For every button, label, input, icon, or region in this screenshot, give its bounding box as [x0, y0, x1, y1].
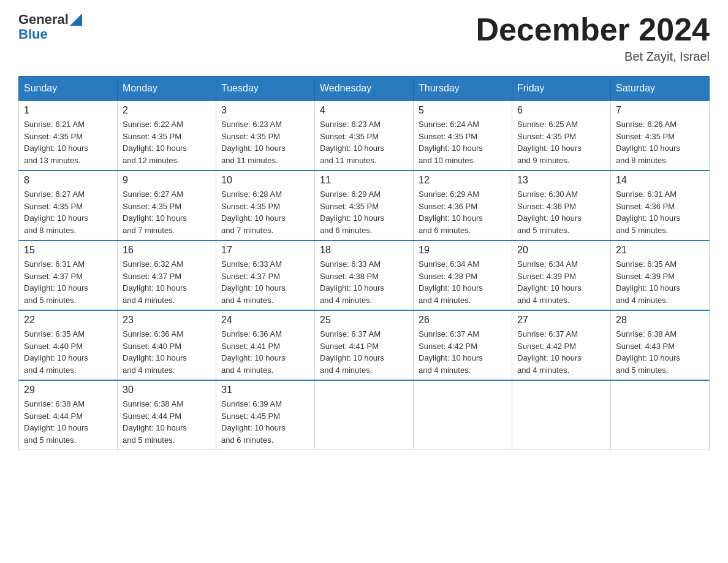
logo-blue-text: Blue [18, 27, 82, 42]
logo-triangle-icon [70, 13, 82, 26]
day-info: Sunrise: 6:23 AM Sunset: 4:35 PM Dayligh… [320, 118, 408, 166]
day-info: Sunrise: 6:27 AM Sunset: 4:35 PM Dayligh… [123, 188, 211, 236]
day-number: 3 [221, 105, 309, 116]
day-cell-21: 21Sunrise: 6:35 AM Sunset: 4:39 PM Dayli… [611, 240, 710, 310]
day-info: Sunrise: 6:36 AM Sunset: 4:40 PM Dayligh… [123, 328, 211, 376]
day-number: 7 [616, 105, 704, 116]
day-number: 8 [24, 175, 112, 186]
day-number: 24 [221, 315, 309, 326]
day-cell-14: 14Sunrise: 6:31 AM Sunset: 4:36 PM Dayli… [611, 170, 710, 240]
day-cell-16: 16Sunrise: 6:32 AM Sunset: 4:37 PM Dayli… [118, 240, 216, 310]
day-info: Sunrise: 6:38 AM Sunset: 4:44 PM Dayligh… [24, 398, 112, 446]
day-cell-29: 29Sunrise: 6:38 AM Sunset: 4:44 PM Dayli… [19, 380, 118, 450]
header-cell-saturday: Saturday [611, 77, 710, 101]
day-info: Sunrise: 6:37 AM Sunset: 4:42 PM Dayligh… [419, 328, 507, 376]
day-number: 25 [320, 315, 408, 326]
day-number: 9 [123, 175, 211, 186]
day-info: Sunrise: 6:32 AM Sunset: 4:37 PM Dayligh… [123, 258, 211, 306]
day-cell-19: 19Sunrise: 6:34 AM Sunset: 4:38 PM Dayli… [414, 240, 512, 310]
day-info: Sunrise: 6:33 AM Sunset: 4:38 PM Dayligh… [320, 258, 408, 306]
day-number: 29 [24, 385, 112, 396]
day-number: 31 [221, 385, 309, 396]
day-cell-22: 22Sunrise: 6:35 AM Sunset: 4:40 PM Dayli… [19, 310, 118, 380]
day-info: Sunrise: 6:37 AM Sunset: 4:42 PM Dayligh… [517, 328, 605, 376]
day-info: Sunrise: 6:22 AM Sunset: 4:35 PM Dayligh… [123, 118, 211, 166]
day-number: 10 [221, 175, 309, 186]
day-info: Sunrise: 6:34 AM Sunset: 4:38 PM Dayligh… [419, 258, 507, 306]
day-cell-2: 2Sunrise: 6:22 AM Sunset: 4:35 PM Daylig… [118, 101, 216, 170]
day-info: Sunrise: 6:39 AM Sunset: 4:45 PM Dayligh… [221, 398, 309, 446]
day-info: Sunrise: 6:35 AM Sunset: 4:40 PM Dayligh… [24, 328, 112, 376]
header-cell-monday: Monday [118, 77, 216, 101]
day-cell-4: 4Sunrise: 6:23 AM Sunset: 4:35 PM Daylig… [315, 101, 414, 170]
day-number: 6 [517, 105, 605, 116]
week-row-4: 22Sunrise: 6:35 AM Sunset: 4:40 PM Dayli… [19, 310, 710, 380]
day-cell-15: 15Sunrise: 6:31 AM Sunset: 4:37 PM Dayli… [19, 240, 118, 310]
empty-cell [414, 380, 512, 450]
day-cell-8: 8Sunrise: 6:27 AM Sunset: 4:35 PM Daylig… [19, 170, 118, 240]
day-info: Sunrise: 6:38 AM Sunset: 4:44 PM Dayligh… [123, 398, 211, 446]
day-info: Sunrise: 6:37 AM Sunset: 4:41 PM Dayligh… [320, 328, 408, 376]
week-row-5: 29Sunrise: 6:38 AM Sunset: 4:44 PM Dayli… [19, 380, 710, 450]
day-info: Sunrise: 6:27 AM Sunset: 4:35 PM Dayligh… [24, 188, 112, 236]
header-row: SundayMondayTuesdayWednesdayThursdayFrid… [19, 77, 710, 101]
day-cell-6: 6Sunrise: 6:25 AM Sunset: 4:35 PM Daylig… [512, 101, 611, 170]
day-cell-1: 1Sunrise: 6:21 AM Sunset: 4:35 PM Daylig… [19, 101, 118, 170]
day-cell-13: 13Sunrise: 6:30 AM Sunset: 4:36 PM Dayli… [512, 170, 611, 240]
calendar-table: SundayMondayTuesdayWednesdayThursdayFrid… [18, 76, 710, 450]
day-number: 2 [123, 105, 211, 116]
day-info: Sunrise: 6:31 AM Sunset: 4:37 PM Dayligh… [24, 258, 112, 306]
header-cell-friday: Friday [512, 77, 611, 101]
month-title: December 2024 [476, 12, 710, 47]
page-header: General Blue December 2024 Bet Zayit, Is… [18, 12, 710, 64]
day-info: Sunrise: 6:36 AM Sunset: 4:41 PM Dayligh… [221, 328, 309, 376]
day-number: 12 [419, 175, 507, 186]
day-number: 11 [320, 175, 408, 186]
empty-cell [611, 380, 710, 450]
day-number: 14 [616, 175, 704, 186]
header-cell-wednesday: Wednesday [315, 77, 414, 101]
day-cell-7: 7Sunrise: 6:26 AM Sunset: 4:35 PM Daylig… [611, 101, 710, 170]
day-info: Sunrise: 6:38 AM Sunset: 4:43 PM Dayligh… [616, 328, 704, 376]
day-cell-25: 25Sunrise: 6:37 AM Sunset: 4:41 PM Dayli… [315, 310, 414, 380]
day-cell-9: 9Sunrise: 6:27 AM Sunset: 4:35 PM Daylig… [118, 170, 216, 240]
svg-marker-0 [70, 13, 82, 26]
day-cell-12: 12Sunrise: 6:29 AM Sunset: 4:36 PM Dayli… [414, 170, 512, 240]
day-cell-11: 11Sunrise: 6:29 AM Sunset: 4:35 PM Dayli… [315, 170, 414, 240]
day-cell-17: 17Sunrise: 6:33 AM Sunset: 4:37 PM Dayli… [216, 240, 315, 310]
day-info: Sunrise: 6:23 AM Sunset: 4:35 PM Dayligh… [221, 118, 309, 166]
day-info: Sunrise: 6:30 AM Sunset: 4:36 PM Dayligh… [517, 188, 605, 236]
day-number: 1 [24, 105, 112, 116]
day-cell-5: 5Sunrise: 6:24 AM Sunset: 4:35 PM Daylig… [414, 101, 512, 170]
day-number: 13 [517, 175, 605, 186]
day-cell-24: 24Sunrise: 6:36 AM Sunset: 4:41 PM Dayli… [216, 310, 315, 380]
day-cell-26: 26Sunrise: 6:37 AM Sunset: 4:42 PM Dayli… [414, 310, 512, 380]
day-info: Sunrise: 6:24 AM Sunset: 4:35 PM Dayligh… [419, 118, 507, 166]
day-info: Sunrise: 6:33 AM Sunset: 4:37 PM Dayligh… [221, 258, 309, 306]
day-info: Sunrise: 6:21 AM Sunset: 4:35 PM Dayligh… [24, 118, 112, 166]
day-cell-18: 18Sunrise: 6:33 AM Sunset: 4:38 PM Dayli… [315, 240, 414, 310]
day-cell-10: 10Sunrise: 6:28 AM Sunset: 4:35 PM Dayli… [216, 170, 315, 240]
day-cell-27: 27Sunrise: 6:37 AM Sunset: 4:42 PM Dayli… [512, 310, 611, 380]
day-cell-23: 23Sunrise: 6:36 AM Sunset: 4:40 PM Dayli… [118, 310, 216, 380]
day-number: 16 [123, 245, 211, 256]
day-number: 5 [419, 105, 507, 116]
week-row-3: 15Sunrise: 6:31 AM Sunset: 4:37 PM Dayli… [19, 240, 710, 310]
day-info: Sunrise: 6:34 AM Sunset: 4:39 PM Dayligh… [517, 258, 605, 306]
header-cell-tuesday: Tuesday [216, 77, 315, 101]
day-number: 4 [320, 105, 408, 116]
day-cell-31: 31Sunrise: 6:39 AM Sunset: 4:45 PM Dayli… [216, 380, 315, 450]
day-number: 23 [123, 315, 211, 326]
day-cell-20: 20Sunrise: 6:34 AM Sunset: 4:39 PM Dayli… [512, 240, 611, 310]
day-info: Sunrise: 6:29 AM Sunset: 4:35 PM Dayligh… [320, 188, 408, 236]
empty-cell [315, 380, 414, 450]
header-cell-sunday: Sunday [19, 77, 118, 101]
day-info: Sunrise: 6:29 AM Sunset: 4:36 PM Dayligh… [419, 188, 507, 236]
day-number: 17 [221, 245, 309, 256]
day-number: 19 [419, 245, 507, 256]
day-info: Sunrise: 6:31 AM Sunset: 4:36 PM Dayligh… [616, 188, 704, 236]
week-row-1: 1Sunrise: 6:21 AM Sunset: 4:35 PM Daylig… [19, 101, 710, 170]
day-number: 21 [616, 245, 704, 256]
day-info: Sunrise: 6:25 AM Sunset: 4:35 PM Dayligh… [517, 118, 605, 166]
calendar-body: 1Sunrise: 6:21 AM Sunset: 4:35 PM Daylig… [19, 101, 710, 450]
